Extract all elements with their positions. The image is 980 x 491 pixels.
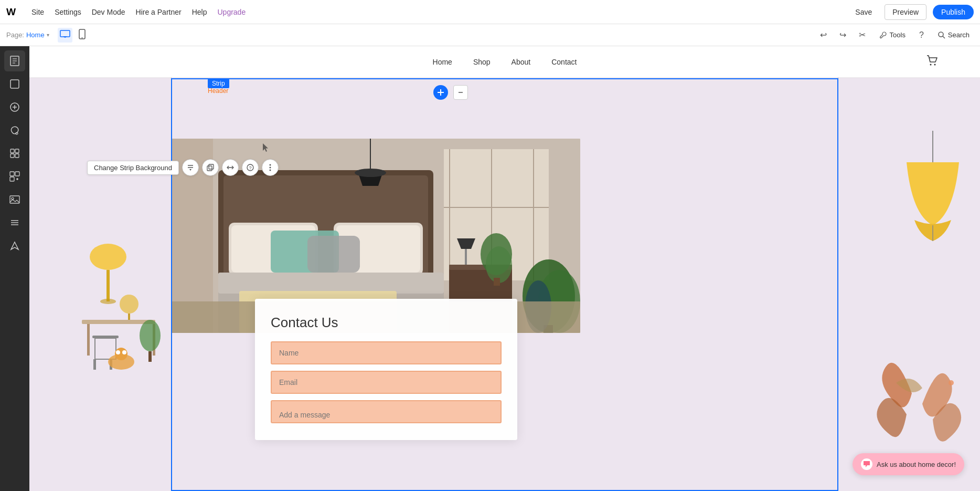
tools-label: Tools — [890, 31, 906, 39]
svg-point-100 — [269, 170, 271, 171]
svg-rect-41 — [153, 324, 155, 356]
svg-rect-23 — [10, 177, 14, 181]
svg-point-36 — [90, 244, 126, 270]
collapse-section-button[interactable] — [453, 85, 468, 100]
header-label: Header — [208, 87, 228, 95]
contact-form: Contact Us — [255, 299, 517, 440]
nav-help[interactable]: Help — [192, 8, 207, 16]
save-button[interactable]: Save — [849, 5, 878, 19]
svg-point-5 — [81, 37, 82, 38]
preview-button[interactable]: Preview — [885, 4, 926, 20]
svg-rect-79 — [494, 278, 500, 286]
svg-rect-18 — [15, 149, 19, 153]
svg-point-78 — [486, 246, 512, 283]
svg-point-42 — [120, 295, 139, 314]
sec-bar-right: ↩ ↪ ✂ Tools ? Search — [817, 28, 974, 42]
page-prefix-label: Page: — [6, 31, 24, 39]
nav-site[interactable]: Site — [31, 8, 44, 16]
desktop-view-button[interactable] — [58, 28, 72, 43]
cart-icon[interactable] — [926, 55, 938, 69]
svg-rect-40 — [87, 324, 90, 356]
email-input[interactable] — [271, 371, 502, 394]
svg-text:?: ? — [249, 165, 251, 171]
undo-button[interactable]: ↩ — [817, 28, 830, 42]
tools-button[interactable]: Tools — [875, 29, 910, 41]
svg-rect-94 — [209, 164, 214, 169]
svg-rect-12 — [10, 80, 19, 88]
svg-rect-45 — [95, 338, 116, 359]
svg-point-50 — [108, 354, 134, 370]
nav-contact-link[interactable]: Contact — [551, 58, 577, 66]
canvas-area[interactable]: Home Shop About Contact Strip Header — [29, 46, 980, 491]
sidebar-icon-paint[interactable] — [4, 120, 25, 141]
sidebar-icon-media[interactable] — [4, 189, 25, 210]
sidebar-icon-apps[interactable] — [4, 143, 25, 164]
search-label: Search — [948, 31, 970, 39]
sidebar-icon-add[interactable] — [4, 97, 25, 118]
chat-widget[interactable]: Ask us about home decor! — [853, 453, 964, 475]
svg-rect-37 — [106, 270, 110, 301]
nav-home-link[interactable]: Home — [433, 58, 452, 66]
name-input[interactable] — [271, 341, 502, 364]
context-toolbar: Change Strip Background ? — [87, 159, 279, 176]
top-bar: W Site Settings Dev Mode Hire a Partner … — [0, 0, 980, 24]
add-section-button[interactable] — [433, 85, 448, 100]
svg-rect-19 — [10, 154, 14, 158]
nav-about-link[interactable]: About — [512, 58, 531, 66]
svg-point-6 — [939, 32, 943, 37]
swap-button[interactable] — [222, 159, 239, 176]
svg-point-53 — [122, 350, 126, 354]
chat-icon — [861, 458, 872, 470]
nav-upgrade[interactable]: Upgrade — [217, 8, 246, 16]
sidebar-icon-ascend[interactable] — [4, 235, 25, 256]
svg-rect-69 — [307, 236, 360, 273]
svg-rect-26 — [10, 196, 19, 203]
copy-button[interactable] — [202, 159, 219, 176]
mobile-view-button[interactable] — [77, 27, 88, 44]
redo-button[interactable]: ↪ — [836, 28, 849, 42]
sidebar-icon-pages[interactable] — [4, 50, 25, 71]
svg-rect-22 — [15, 172, 19, 176]
page-selector[interactable]: Page: Home ▾ — [6, 31, 49, 39]
change-bg-button[interactable]: Change Strip Background — [87, 161, 179, 175]
svg-point-32 — [934, 64, 936, 66]
nav-hire-partner[interactable]: Hire a Partner — [136, 8, 182, 16]
svg-rect-93 — [207, 166, 212, 171]
contact-form-title: Contact Us — [271, 315, 502, 331]
search-button[interactable]: Search — [933, 29, 974, 41]
main-layout: Home Shop About Contact Strip Header — [0, 46, 980, 491]
top-bar-nav: Site Settings Dev Mode Hire a Partner He… — [31, 8, 246, 16]
svg-rect-39 — [82, 320, 155, 324]
nav-dev-mode[interactable]: Dev Mode — [92, 8, 125, 16]
arrange-button[interactable] — [182, 159, 199, 176]
strip-background[interactable]: Contact Us — [29, 78, 980, 491]
svg-rect-57 — [449, 149, 450, 280]
nav-settings[interactable]: Settings — [55, 8, 81, 16]
more-button[interactable] — [262, 159, 279, 176]
site-header: Home Shop About Contact — [29, 46, 980, 78]
sidebar-icon-menu[interactable] — [4, 212, 25, 233]
help-btn[interactable]: ? — [242, 159, 259, 176]
help-button[interactable]: ? — [916, 28, 927, 42]
svg-rect-71 — [218, 273, 444, 294]
nav-shop-link[interactable]: Shop — [473, 58, 491, 66]
svg-rect-49 — [148, 351, 152, 362]
publish-button[interactable]: Publish — [933, 5, 974, 19]
zoom-button[interactable]: ✂ — [856, 28, 869, 42]
svg-rect-1 — [60, 30, 70, 37]
sidebar-icon-addapps[interactable] — [4, 166, 25, 187]
wix-logo: W — [6, 6, 23, 18]
svg-point-48 — [140, 320, 161, 351]
svg-text:W: W — [6, 7, 16, 17]
left-decoration — [61, 152, 166, 372]
sidebar-icon-design[interactable] — [4, 74, 25, 95]
svg-point-38 — [100, 299, 116, 304]
message-input[interactable] — [271, 400, 502, 423]
svg-point-51 — [115, 348, 127, 360]
svg-point-31 — [930, 64, 932, 66]
svg-point-98 — [269, 164, 271, 166]
svg-rect-43 — [128, 314, 130, 320]
svg-point-87 — [355, 169, 386, 177]
left-sidebar — [0, 46, 29, 491]
secondary-bar: Page: Home ▾ ↩ ↪ ✂ Tools ? Search — [0, 24, 980, 46]
